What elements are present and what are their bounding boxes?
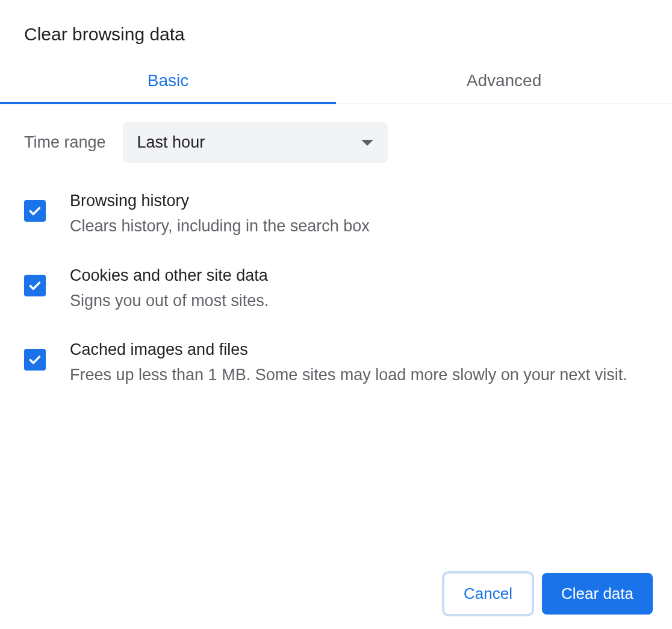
dialog-footer: Cancel Clear data xyxy=(0,559,672,629)
clear-data-button[interactable]: Clear data xyxy=(542,573,653,615)
cancel-button[interactable]: Cancel xyxy=(444,573,532,615)
option-browsing-history: Browsing history Clears history, includi… xyxy=(24,192,648,239)
checkmark-icon xyxy=(27,278,43,293)
option-title: Cookies and other site data xyxy=(70,266,648,285)
option-text: Cached images and files Frees up less th… xyxy=(70,340,648,387)
tab-basic[interactable]: Basic xyxy=(0,59,336,104)
time-range-label: Time range xyxy=(24,133,106,152)
option-description: Clears history, including in the search … xyxy=(70,214,648,239)
option-title: Cached images and files xyxy=(70,340,648,359)
dialog-content: Time range Last hour Browsing history Cl… xyxy=(0,104,672,559)
option-cookies: Cookies and other site data Signs you ou… xyxy=(24,266,648,313)
time-range-row: Time range Last hour xyxy=(24,122,648,163)
option-text: Browsing history Clears history, includi… xyxy=(70,192,648,239)
checkmark-icon xyxy=(27,203,43,219)
dialog-title: Clear browsing data xyxy=(0,0,672,59)
checkbox-cached-images[interactable] xyxy=(24,349,46,371)
time-range-value: Last hour xyxy=(137,133,205,152)
option-text: Cookies and other site data Signs you ou… xyxy=(70,266,648,313)
checkbox-browsing-history[interactable] xyxy=(24,200,46,222)
tabs: Basic Advanced xyxy=(0,59,672,104)
dropdown-arrow-icon xyxy=(361,140,373,146)
time-range-select[interactable]: Last hour xyxy=(123,122,388,163)
option-description: Frees up less than 1 MB. Some sites may … xyxy=(70,363,648,387)
checkmark-icon xyxy=(27,352,43,368)
clear-browsing-data-dialog: Clear browsing data Basic Advanced Time … xyxy=(0,0,672,629)
option-description: Signs you out of most sites. xyxy=(70,289,648,313)
option-title: Browsing history xyxy=(70,192,648,210)
tab-advanced[interactable]: Advanced xyxy=(336,59,672,104)
checkbox-cookies[interactable] xyxy=(24,275,46,296)
option-cached-images: Cached images and files Frees up less th… xyxy=(24,340,648,387)
